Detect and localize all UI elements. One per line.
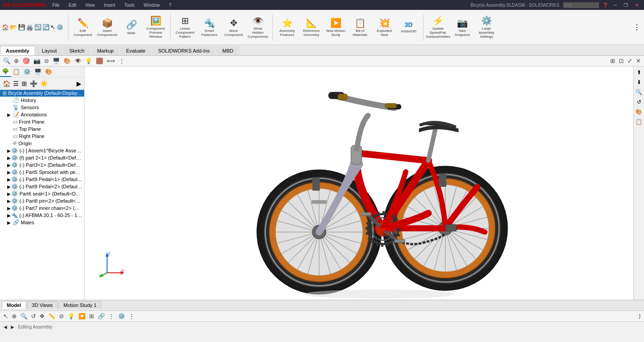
bill-of-materials-button[interactable]: 📋 Bill of Materials [348, 12, 372, 43]
bt-icon-filter[interactable]: 🔽 [77, 312, 87, 320]
bt-icon-display[interactable]: 💡 [66, 312, 76, 320]
status-scroll-left[interactable]: ◀ [4, 324, 7, 329]
tab-markup[interactable]: Markup [91, 46, 120, 55]
tree-item-part9-pedal2[interactable]: ▶ ⚙️ (-) Part9 Pedal<2> (Default<<Defaul… [0, 183, 84, 190]
tree-toggle-pin[interactable]: ▶ [7, 199, 11, 204]
tree-item-front-plane[interactable]: ▭ Front Plane [0, 118, 84, 125]
view-icon-camera[interactable]: 📷 [32, 57, 42, 65]
right-icon-4[interactable]: ↺ [636, 98, 642, 106]
menu-tools[interactable]: Tools [122, 3, 137, 8]
bt-icon-cursor[interactable]: ⊕ [10, 312, 18, 320]
tree-item-annotations[interactable]: ▶ 📝 Annotations [0, 111, 84, 118]
tree-item-top-plane[interactable]: ▭ Top Plane [0, 125, 84, 133]
view-icon-search[interactable]: 🔍 [2, 57, 12, 65]
minimize-button[interactable]: ─ [612, 3, 618, 8]
bt-icon-select[interactable]: ↖ [2, 312, 9, 320]
insert-components-button[interactable]: 📦 Insert Components [95, 12, 119, 43]
take-snapshot-button[interactable]: 📷 Take Snapshot [450, 12, 474, 43]
component-preview-button[interactable]: 🖼️ Component Preview Window [144, 12, 167, 43]
fm-tab-appearances[interactable]: 🎨 [43, 67, 54, 77]
status-scroll-right[interactable]: ▶ [11, 324, 14, 329]
tree-item-part8-pin[interactable]: ▶ ⚙️ (-) Part8 pin<2> (Default<<Default>… [0, 197, 84, 204]
view-icon-display[interactable]: 🖥️ [51, 57, 61, 65]
menu-file[interactable]: File [50, 3, 62, 8]
toolbar-expand-icon[interactable]: ⋮ [633, 23, 640, 31]
ft-list-icon[interactable]: ☰ [12, 79, 20, 88]
ft-home-icon[interactable]: 🏠 [2, 79, 11, 88]
tree-item-part5[interactable]: ▶ ⚙️ (-) Part5 Sprocket with pedal link<… [0, 169, 84, 176]
search-input[interactable] [563, 2, 599, 8]
tree-toggle-annotations[interactable]: ▶ [7, 112, 13, 117]
right-icon-3[interactable]: 🔍 [635, 88, 643, 96]
menu-window[interactable]: Window [141, 3, 162, 8]
tree-toggle-afbma[interactable]: ▶ [7, 213, 11, 218]
bt-icon-measure[interactable]: 📏 [47, 312, 57, 320]
view-icon-section[interactable]: ⊘ [43, 57, 50, 65]
tree-toggle-pedal2[interactable]: ▶ [7, 184, 11, 189]
edit-component-button[interactable]: ✏️ Edit Component [71, 12, 95, 43]
fm-tab-config[interactable]: ⚙️ [22, 67, 32, 77]
view-icon-arrows[interactable]: ⟺ [105, 57, 117, 65]
close-button[interactable]: ✕ [633, 3, 640, 8]
quick-access-icon3[interactable]: 💾 [18, 24, 25, 31]
smart-fasteners-button[interactable]: 🔩 Smart Fasteners [198, 12, 221, 43]
menu-insert[interactable]: Insert [101, 3, 118, 8]
tree-item-part3[interactable]: ▶ ⚙️ (-) Part3<1> (Default<Default>_Dis.… [0, 161, 84, 169]
ft-plus-icon[interactable]: ➕ [29, 79, 38, 88]
view-icon-light[interactable]: 💡 [84, 57, 94, 65]
undo-icon[interactable]: ↩️ [34, 24, 41, 31]
show-hidden-button[interactable]: 👁️ Show Hidden Components [246, 12, 270, 43]
view-icon-filter[interactable]: ⊕ [13, 57, 20, 65]
viewport-close-icon[interactable]: ✕ [635, 57, 642, 65]
view-icon-more[interactable]: ⋮ [117, 57, 126, 65]
fm-tab-display[interactable]: 🖥️ [32, 67, 43, 77]
bt-icon-section[interactable]: ⊘ [58, 312, 65, 320]
redo-icon[interactable]: ↪️ [42, 24, 50, 31]
tab-sketch[interactable]: Sketch [63, 46, 90, 55]
maximize-button[interactable]: ❐ [622, 3, 630, 8]
update-speedpak-button[interactable]: ⚡ Update SpeedPak Subassemblies [426, 12, 450, 43]
bottom-tab-model[interactable]: Model [2, 301, 26, 309]
tab-evaluate[interactable]: Evaluate [120, 46, 151, 55]
bt-icon-more2[interactable]: ⋮ [127, 312, 136, 320]
reference-geometry-button[interactable]: 📐 Reference Geometry [300, 12, 323, 43]
new-motion-study-button[interactable]: ▶️ New Motion Study [324, 12, 347, 43]
quick-access-icon2[interactable]: 📂 [10, 24, 17, 31]
right-icon-1[interactable]: ⬆ [636, 68, 642, 76]
tree-item-afbma[interactable]: ▶ 🔩 (-) AFBMA 20.1 - 60-25 - 14,SI,NC,14… [0, 212, 84, 219]
instant3d-button[interactable]: 3D Instant3D [397, 12, 420, 43]
fm-tab-properties[interactable]: 📋 [11, 67, 22, 77]
quick-access-icon4[interactable]: 🖨️ [26, 24, 33, 31]
bt-icon-pan[interactable]: ✥ [38, 312, 46, 320]
tree-item-part6-seat[interactable]: ▶ ⚙️ Part6 seat<1> (Default<Default>_D..… [0, 190, 84, 197]
tab-assembly[interactable]: Assembly [0, 46, 35, 55]
tree-item-mates[interactable]: ▶ 🔗 Mates [0, 219, 84, 226]
bt-icon-more1[interactable]: ⋮ [107, 312, 116, 320]
exploded-view-button[interactable]: 💥 Exploded View [373, 12, 396, 43]
quick-access-icon1[interactable]: 🏠 [2, 24, 9, 31]
viewport-tile-icon[interactable]: ⊞ [609, 57, 617, 65]
bt-icon-mate[interactable]: 🔗 [96, 312, 106, 320]
tab-addins[interactable]: SOLIDWORKS Add-Ins [152, 46, 216, 55]
tree-item-part9-pedal1[interactable]: ▶ ⚙️ (-) Part9 Pedal<1> (Default<<Defaul… [0, 176, 84, 183]
ft-sun-icon[interactable]: ☀️ [39, 79, 49, 88]
assembly-features-button[interactable]: ⭐ Assembly Features [275, 12, 299, 43]
ft-grid-icon[interactable]: ⊞ [21, 79, 28, 88]
tree-toggle-part5[interactable]: ▶ [7, 170, 11, 175]
viewport-single-icon[interactable]: ⊡ [617, 57, 625, 65]
mate-button[interactable]: 🔗 Mate [120, 12, 143, 43]
ft-expand-icon[interactable]: ▶ [76, 79, 82, 88]
menu-help[interactable]: ? [166, 3, 174, 8]
tree-item-part7-chain[interactable]: ▶ ⚙️ (-) Part7 inner chain<2> (Default<<… [0, 204, 84, 212]
view-icon-render[interactable]: 🎨 [62, 57, 72, 65]
tab-mbd[interactable]: MBD [216, 46, 239, 55]
tree-item-sensors[interactable]: 📡 Sensors [0, 104, 84, 111]
bt-icon-end[interactable]: ⟩ [637, 312, 642, 320]
tree-item-assem1[interactable]: ▶ ⚙️ (-) [ Assem1^Bicycle Assembly ]<1>.… [0, 147, 84, 154]
viewport[interactable]: Z X Y ⬆ ⬇ 🔍 ↺ 🎨 📋 [85, 67, 644, 300]
cursor-icon[interactable]: ↖ [50, 24, 55, 31]
tree-toggle-mates[interactable]: ▶ [7, 220, 13, 225]
right-icon-2[interactable]: ⬇ [636, 78, 642, 86]
bottom-tab-3dviews[interactable]: 3D Views [27, 301, 58, 309]
bt-icon-rotate[interactable]: ↺ [30, 312, 37, 320]
